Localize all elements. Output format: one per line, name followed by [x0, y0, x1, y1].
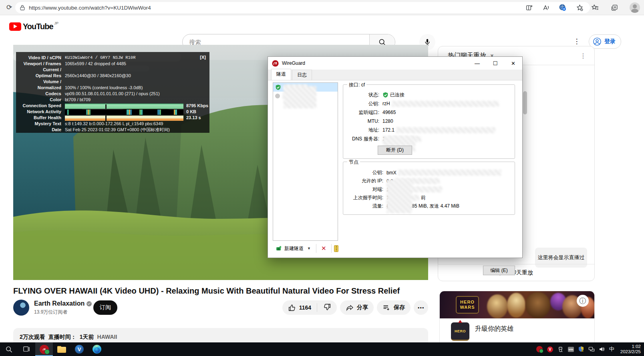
traffic-label: 流量:: [343, 203, 386, 210]
profile-avatar[interactable]: [630, 2, 640, 13]
address-bar[interactable]: https://www.youtube.com/watch?v=KU1DWiwW…: [15, 2, 590, 13]
stream-time: 1天前: [80, 334, 94, 341]
handshake-suffix: 前: [421, 194, 426, 201]
like-button[interactable]: 1164: [282, 304, 317, 312]
stats-row-value: 100% / 100% (content loudness -3.0dB): [65, 85, 206, 91]
add-favorite-icon[interactable]: [576, 4, 584, 12]
hero-wars-logo-top: HERO: [460, 300, 475, 305]
youtube-logo[interactable]: YouTube JP: [9, 22, 58, 31]
tray-defender-icon[interactable]: !: [578, 346, 585, 353]
youtube-wordmark: YouTube: [23, 22, 53, 31]
tray-vmware-icon[interactable]: vm: [568, 346, 574, 353]
stats-row-label: Volume / Normalized: [26, 79, 65, 91]
export-zip-icon[interactable]: [334, 245, 338, 252]
peer-pubkey-label: 公钥:: [343, 169, 386, 176]
signin-label: 登录: [604, 38, 616, 45]
thumbs-down-icon: [323, 303, 331, 311]
save-button[interactable]: 保存: [377, 300, 411, 315]
live-label: 直播时间：: [48, 334, 76, 341]
video-actions: 1164 分享 保存 ⋯: [0, 300, 428, 315]
read-aloud-icon[interactable]: [542, 4, 550, 12]
taskbar-clock[interactable]: 1:02 2023/2/25: [618, 344, 641, 354]
disconnect-button[interactable]: 断开 (D): [378, 146, 412, 155]
wireguard-titlebar[interactable]: WireGuard — ☐ ✕: [268, 57, 522, 70]
v2rayn-icon: V: [75, 345, 84, 354]
minimize-button[interactable]: —: [468, 57, 486, 70]
browser-toolbar: ⟳ https://www.youtube.com/watch?v=KU1DWi…: [0, 0, 644, 15]
shield-check-icon: [275, 84, 281, 90]
stats-row-value: bt709 / bt709: [65, 97, 206, 103]
wireguard-window: WireGuard — ☐ ✕ 隧道 日志: [268, 56, 523, 258]
redaction-blob: [386, 180, 412, 213]
stats-row-label: Network Activity: [18, 109, 65, 115]
tab-log[interactable]: 日志: [292, 70, 312, 80]
address-redacted: [396, 127, 495, 133]
wireguard-logo-icon: [272, 60, 279, 67]
vm-label: vm: [568, 347, 574, 352]
youtube-region-code: JP: [54, 21, 59, 25]
edge-icon: [93, 345, 101, 354]
tray-wireguard-icon[interactable]: [536, 346, 543, 353]
collections-icon[interactable]: [610, 4, 618, 12]
taskbar-v2rayn-button[interactable]: V: [70, 342, 88, 356]
view-count: 2万次观看: [20, 334, 45, 341]
chat-kebab-menu-icon[interactable]: ⋮: [578, 52, 588, 60]
new-tunnel-button[interactable]: 新建隧道 ▼: [273, 244, 314, 253]
ad-banner-image[interactable]: HERO WARS ⓘ: [440, 291, 594, 318]
new-tunnel-label: 新建隧道: [284, 245, 304, 252]
split-screen-icon[interactable]: [525, 4, 533, 12]
connected-shield-icon: [382, 92, 388, 98]
buffer-health-value: 23.13 s: [186, 115, 201, 120]
taskbar-file-explorer-button[interactable]: [53, 342, 70, 356]
hide-chat-button[interactable]: 隐藏聊天重放: [438, 264, 594, 281]
stats-row-label: Viewport / Frames: [18, 61, 65, 67]
edit-button[interactable]: 编辑 (E): [483, 266, 515, 275]
video-title: FLYING OVER HAWAII (4K Video UHD) - Rela…: [13, 286, 428, 296]
tray-network-icon[interactable]: [588, 346, 595, 353]
search-icon: [5, 346, 13, 353]
share-button[interactable]: 分享: [340, 300, 374, 315]
endpoint-label: 对端:: [343, 186, 386, 193]
more-icon: ⋯: [418, 304, 425, 312]
peer-pubkey-value: bmX: [386, 170, 396, 176]
tray-volume-icon[interactable]: [599, 346, 606, 353]
listen-port-label: 监听端口:: [343, 109, 382, 116]
stats-row-value: KU1DWiwWor4 / GRY7 NSJW R10R: [65, 55, 206, 61]
ad-info-icon[interactable]: ⓘ: [577, 295, 589, 307]
hero-wars-logo: HERO WARS: [456, 296, 479, 314]
dns-label: DNS 服务器:: [343, 136, 382, 142]
taskbar-edge-button[interactable]: [88, 342, 106, 356]
url-text[interactable]: https://www.youtube.com/watch?v=KU1DWiwW…: [29, 5, 525, 11]
favorites-bar-icon[interactable]: [591, 4, 599, 12]
tunnel-list[interactable]: [273, 82, 338, 241]
ad-app-icon[interactable]: HERO: [451, 322, 469, 341]
maximize-button[interactable]: ☐: [486, 57, 504, 70]
stats-close-button[interactable]: [X]: [200, 55, 206, 60]
chat-scrollbar[interactable]: [523, 91, 527, 114]
close-button[interactable]: ✕: [504, 57, 522, 70]
traffic-suffix: .85 MiB, 发送 4.47 MiB: [411, 203, 459, 210]
more-actions-button[interactable]: ⋯: [414, 300, 428, 315]
desktop-screen: ⟳ https://www.youtube.com/watch?v=KU1DWi…: [0, 0, 644, 356]
ad-headline: 升級你的英雄: [475, 325, 513, 333]
dropdown-arrow-icon: ▼: [307, 246, 311, 250]
task-view-button[interactable]: [18, 342, 35, 356]
translate-icon[interactable]: [559, 4, 567, 12]
mtu-value: 1280: [382, 118, 393, 124]
file-explorer-icon: [57, 346, 66, 353]
header-kebab-menu-icon[interactable]: ⋮: [572, 36, 582, 47]
taskbar-search-button[interactable]: [0, 342, 18, 356]
tray-usb-icon[interactable]: [557, 346, 564, 353]
connection-speed-graph: [65, 104, 183, 109]
delete-tunnel-icon[interactable]: ✕: [319, 245, 329, 252]
interface-group-label: 接口: cf: [347, 82, 366, 88]
address-value: 172.1: [382, 127, 394, 133]
tab-tunnels[interactable]: 隧道: [271, 69, 291, 80]
taskbar-wireguard-button[interactable]: [35, 342, 53, 356]
refresh-icon[interactable]: ⟳: [5, 3, 14, 12]
ime-indicator[interactable]: 中: [609, 346, 614, 353]
task-view-icon: [23, 346, 30, 353]
dislike-button[interactable]: [317, 303, 337, 312]
ad-app-icon-label: HERO: [455, 329, 466, 333]
tray-v2ray-icon[interactable]: V: [547, 346, 553, 353]
